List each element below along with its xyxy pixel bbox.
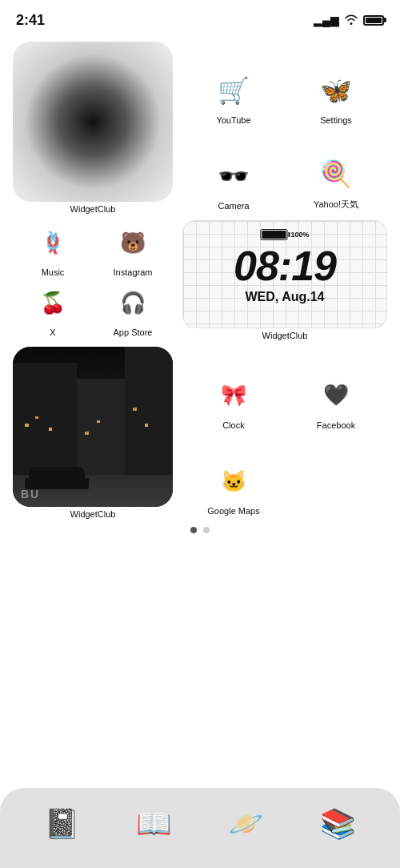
dock: 📓 📖 🪐 📚 bbox=[0, 788, 400, 868]
yahoo-icon: 🍭 bbox=[314, 151, 358, 196]
clock-icon: 🎀 bbox=[211, 373, 256, 418]
facebook-icon: 🖤 bbox=[314, 373, 358, 418]
instagram-label: Instagram bbox=[114, 267, 153, 277]
app-clock[interactable]: 🎀 Clock bbox=[182, 347, 285, 433]
dock-calendar-icon: 📓 bbox=[38, 799, 87, 849]
status-icons: ▂▄▆ bbox=[314, 14, 384, 27]
status-bar: 2:41 ▂▄▆ bbox=[0, 0, 400, 35]
googlemaps-icon: 🐱 bbox=[211, 459, 256, 504]
app-music[interactable]: 🪢 Music bbox=[13, 220, 93, 280]
photo-widget-label: WidgetClub bbox=[70, 509, 116, 519]
widget-club-large-label: WidgetClub bbox=[70, 204, 116, 214]
dock-books[interactable]: 📖 bbox=[130, 799, 179, 849]
app-appstore[interactable]: 🎧 App Store bbox=[93, 280, 173, 340]
clock-widget[interactable]: 100% 08:19 WED, Aug.14 bbox=[182, 220, 387, 328]
app-settings[interactable]: 🦋 Settings bbox=[285, 42, 387, 128]
app-grid-row3-right: 🎀 Clock 🖤 Facebook 🐱 Google Maps bbox=[182, 347, 387, 519]
photo-widget[interactable]: BU bbox=[13, 347, 173, 507]
photo-scene: BU bbox=[13, 347, 173, 507]
app-googlemaps[interactable]: 🐱 Google Maps bbox=[182, 433, 285, 520]
row1: WidgetClub 🛒 YouTube 🦋 Settings 🕶️ Camer… bbox=[13, 42, 387, 214]
dot-1[interactable] bbox=[190, 527, 197, 533]
dock-stack[interactable]: 📚 bbox=[314, 799, 363, 849]
battery-fill bbox=[262, 231, 286, 239]
street-text: BU bbox=[21, 488, 40, 500]
appstore-label: App Store bbox=[114, 328, 153, 337]
row2: 🪢 Music 🐻 Instagram 🍒 X 🎧 App Store bbox=[13, 220, 387, 340]
empty-icon bbox=[314, 468, 358, 513]
settings-icon: 🦋 bbox=[314, 68, 358, 113]
dock-stack-icon: 📚 bbox=[314, 799, 363, 849]
status-time: 2:41 bbox=[16, 12, 45, 29]
x-label: X bbox=[50, 328, 55, 337]
clock-date: WED, Aug.14 bbox=[246, 290, 325, 304]
app-camera[interactable]: 🕶️ Camera bbox=[182, 128, 285, 215]
row3: BU WidgetClub 🎀 Clock 🖤 Facebook 🐱 Googl… bbox=[13, 347, 387, 519]
youtube-icon: 🛒 bbox=[211, 68, 256, 113]
app-instagram[interactable]: 🐻 Instagram bbox=[93, 220, 173, 280]
app-grid-row1: 🛒 YouTube 🦋 Settings 🕶️ Camera 🍭 Yahoo!天… bbox=[182, 42, 387, 214]
dock-books-icon: 📖 bbox=[130, 799, 179, 849]
car-silhouette bbox=[29, 467, 85, 489]
youtube-label: YouTube bbox=[216, 115, 250, 125]
instagram-icon: 🐻 bbox=[110, 220, 155, 265]
battery-outline bbox=[260, 229, 287, 240]
clock-widget-container: 100% 08:19 WED, Aug.14 WidgetClub bbox=[182, 220, 387, 340]
x-icon: 🍒 bbox=[30, 280, 75, 325]
page-dots bbox=[13, 527, 387, 533]
settings-label: Settings bbox=[320, 115, 352, 125]
battery-icon bbox=[363, 15, 384, 26]
dock-planet-icon: 🪐 bbox=[222, 799, 271, 849]
yahoo-label: Yahoo!天気 bbox=[314, 199, 358, 211]
battery-bar: 100% bbox=[260, 229, 309, 240]
signal-icon: ▂▄▆ bbox=[314, 14, 339, 26]
battery-percent: 100% bbox=[290, 231, 309, 239]
app-youtube[interactable]: 🛒 YouTube bbox=[182, 42, 285, 128]
clock-label: Clock bbox=[222, 420, 245, 430]
app-empty bbox=[285, 433, 387, 520]
dock-calendar[interactable]: 📓 bbox=[38, 799, 87, 849]
googlemaps-label: Google Maps bbox=[207, 506, 259, 516]
dot-2[interactable] bbox=[203, 527, 210, 533]
clock-widget-label: WidgetClub bbox=[182, 331, 387, 340]
camera-label: Camera bbox=[218, 201, 249, 211]
photo-widget-container: BU WidgetClub bbox=[13, 347, 173, 519]
wifi-icon bbox=[344, 14, 358, 27]
widget-club-large[interactable] bbox=[13, 42, 173, 202]
music-label: Music bbox=[42, 267, 65, 277]
clock-time: 08:19 bbox=[234, 245, 336, 287]
music-icon: 🪢 bbox=[30, 220, 75, 265]
app-x[interactable]: 🍒 X bbox=[13, 280, 93, 340]
app-grid-row2-left: 🪢 Music 🐻 Instagram 🍒 X 🎧 App Store bbox=[13, 220, 173, 340]
dock-planet[interactable]: 🪐 bbox=[222, 799, 271, 849]
app-facebook[interactable]: 🖤 Facebook bbox=[285, 347, 387, 433]
home-screen: WidgetClub 🛒 YouTube 🦋 Settings 🕶️ Camer… bbox=[0, 35, 400, 533]
camera-icon: 🕶️ bbox=[211, 154, 256, 199]
facebook-label: Facebook bbox=[317, 420, 355, 430]
appstore-icon: 🎧 bbox=[110, 280, 155, 325]
app-yahoo[interactable]: 🍭 Yahoo!天気 bbox=[285, 128, 387, 215]
